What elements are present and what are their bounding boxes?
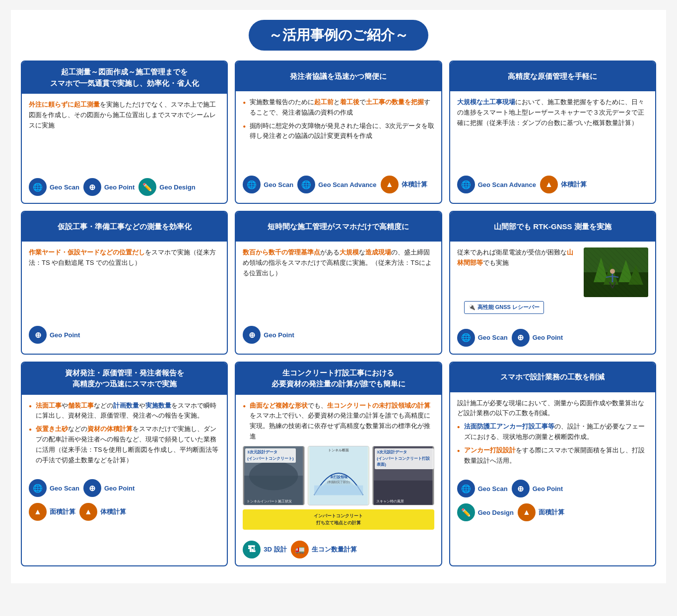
- card-6-header: 山間部でも RTK-GNSS 測量を実施: [450, 212, 655, 242]
- taiseki-icon-3: ▲: [540, 176, 558, 193]
- geo-design-icon: ✏️: [138, 178, 156, 196]
- concrete-label-right: 3次元設計データ(インバートコンクリート打設表面): [375, 448, 433, 469]
- geo-point-icon: ⊕: [83, 178, 101, 196]
- product-3d-design: 🏗 3D 設計: [243, 541, 286, 558]
- product-geo-scan: 🌐 Geo Scan: [29, 178, 79, 196]
- product-taiseki: ▲ 体積計算: [381, 176, 427, 193]
- card-4: 仮設工事・準備工事などの測量を効率化 作業ヤード・仮設ヤードなどの位置だしをスマ…: [21, 211, 228, 355]
- card-4-header: 仮設工事・準備工事などの測量を効率化: [22, 212, 227, 242]
- card-1: 起工測量～図面作成～施工管理までをスマホで一気通貫で実施し、効率化・省人化 外注…: [21, 61, 228, 204]
- gnss-forest-image: [584, 247, 648, 297]
- svg-point-14: [249, 461, 298, 490]
- card-7-header: 資材発注・原価管理・発注者報告を高精度かつ迅速にスマホで実施: [22, 363, 227, 395]
- svg-text:トンネルインバート施工状況: トンネルインバート施工状況: [247, 499, 292, 503]
- svg-rect-0: [584, 247, 648, 297]
- concrete-photo-left: トンネルインバート施工状況 3次元設計データ(インバートコンクリート): [243, 446, 304, 505]
- svg-text:(準掘削完了部分): (準掘削完了部分): [327, 480, 350, 484]
- gnss-text: 従来であれば衛星電波が受信が困難な山林間部等でも実施: [457, 247, 579, 297]
- product-taiseki-7: ▲ 体積計算: [79, 503, 126, 521]
- card-6-products: 🌐 Geo Scan ⊕ Geo Point: [450, 324, 655, 354]
- card-4-body: 作業ヤード・仮設ヤードなどの位置だしをスマホで実施（従来方法：TS や自動追尾 …: [22, 242, 227, 321]
- menseki-icon-7: ▲: [29, 503, 47, 521]
- card-8-products: 🏗 3D 設計 🚛 生コン数量計算: [236, 536, 441, 565]
- card-9-products: 🌐 Geo Scan ⊕ Geo Point ✏️ Geo Design ▲: [450, 475, 655, 528]
- card-7-products: 🌐 Geo Scan ⊕ Geo Point ▲ 面積計算 ▲: [22, 474, 227, 528]
- page-container: ～活用事例のご紹介～ 起工測量～図面作成～施工管理までをスマホで一気通貫で実施し…: [11, 10, 666, 583]
- taiseki-icon-7: ▲: [79, 503, 97, 521]
- card-9: スマホで設計業務の工数を削減 設計施工が必要な現場において、測量から図面作成や数…: [449, 362, 656, 566]
- card-7: 資材発注・原価管理・発注者報告を高精度かつ迅速にスマホで実施 法面工事や舗装工事…: [21, 362, 228, 566]
- product-geo-scan-6: 🌐 Geo Scan: [457, 329, 508, 347]
- geo-point-icon-5: ⊕: [243, 326, 261, 344]
- menseki-icon-9: ▲: [518, 503, 536, 521]
- gnss-section: 従来であれば衛星電波が受信が困難な山林間部等でも実施: [457, 247, 648, 297]
- svg-marker-2: [594, 257, 609, 282]
- product-menseki-9: ▲ 面積計算: [518, 503, 564, 521]
- namakon-icon: 🚛: [291, 541, 309, 558]
- card-3-header: 高精度な原価管理を手軽に: [450, 62, 655, 91]
- card-9-body: 設計施工が必要な現場において、測量から図面作成や数量算出など設計業務の以下の工数…: [450, 392, 655, 475]
- svg-rect-17: [314, 485, 363, 495]
- product-geo-point-7: ⊕ Geo Point: [83, 479, 135, 497]
- product-geo-design: ✏️ Geo Design: [138, 178, 195, 196]
- geo-point-icon-7: ⊕: [83, 479, 101, 497]
- grid-row-3: 資材発注・原価管理・発注者報告を高精度かつ迅速にスマホで実施 法面工事や舗装工事…: [21, 362, 656, 566]
- card-5: 短時間な施工管理がスマホだけで高精度に 数百から数千の管理基準点がある大規模な造…: [235, 211, 442, 355]
- title-container: ～活用事例のご紹介～: [21, 20, 656, 51]
- card-5-header: 短時間な施工管理がスマホだけで高精度に: [236, 212, 441, 242]
- geo-point-icon-4: ⊕: [29, 326, 47, 344]
- product-geo-point-6: ⊕ Geo Point: [512, 329, 563, 347]
- card-2: 発注者協議を迅速かつ簡便に 実施数量報告のために起工前と着工後で土工事の数量を把…: [235, 61, 442, 204]
- card-8: 生コンクリート打設工事における必要資材の発注量の計算が誰でも簡単に 曲面など複雑…: [235, 362, 442, 566]
- geo-scan-icon-2: 🌐: [243, 176, 261, 193]
- card-3-products: 🌐 Geo Scan Advance ▲ 体積計算: [450, 171, 655, 200]
- svg-text:トンネル断面: トンネル断面: [328, 448, 349, 452]
- svg-rect-1: [584, 272, 648, 297]
- taiseki-icon: ▲: [381, 176, 399, 193]
- product-row-7b: ▲ 面積計算 ▲ 体積計算: [29, 503, 126, 521]
- svg-line-11: [612, 282, 615, 288]
- card-3: 高精度な原価管理を手軽に 大規模な土工事現場において、施工数量把握をするために、…: [449, 61, 656, 204]
- card-8-header: 生コンクリート打設工事における必要資材の発注量の計算が誰でも簡単に: [236, 363, 441, 395]
- geo-scan-icon-7: 🌐: [29, 479, 47, 497]
- product-geo-scan-9: 🌐 Geo Scan: [457, 480, 508, 497]
- product-geo-point: ⊕ Geo Point: [83, 178, 135, 196]
- geo-design-icon-9: ✏️: [457, 503, 475, 521]
- concrete-yellow-diagram: インバートコンクリート打ち立て地点との計算: [243, 509, 434, 530]
- product-geo-point-5: ⊕ Geo Point: [243, 326, 294, 344]
- product-geo-scan-advance-3: 🌐 Geo Scan Advance: [457, 176, 536, 193]
- product-taiseki-3: ▲ 体積計算: [540, 176, 587, 193]
- card-1-products: 🌐 Geo Scan ⊕ Geo Point ✏️ Geo Design: [22, 173, 227, 203]
- concrete-label-left: 3次元設計データ(インバートコンクリート): [245, 448, 295, 463]
- product-geo-design-9: ✏️ Geo Design: [457, 503, 514, 521]
- card-6-body: 従来であれば衛星電波が受信が困難な山林間部等でも実施: [450, 242, 655, 324]
- card-7-body: 法面工事や舗装工事などの計画数量や実施数量をスマホで瞬時に算出し、資材発注、原価…: [22, 395, 227, 475]
- card-5-body: 数百から数千の管理基準点がある大規模な造成現場の、盛土締固め領域の指示をスマホだ…: [236, 242, 441, 321]
- card-3-body: 大規模な土工事現場において、施工数量把握をするために、日々の進捗をスマート地上型…: [450, 91, 655, 171]
- card-1-body: 外注に頼らずに起工測量を実施しただけでなく、スマホ上で施工図面を作成し、その図面…: [22, 94, 227, 173]
- geo-point-icon-6: ⊕: [512, 329, 530, 347]
- product-geo-point-4: ⊕ Geo Point: [29, 326, 80, 344]
- card-2-body: 実施数量報告のために起工前と着工後で土工事の数量を把握することで、発注者協議の資…: [236, 91, 441, 171]
- concrete-diagram-container: トンネルインバート施工状況 3次元設計データ(インバートコンクリート): [243, 446, 434, 505]
- card-2-products: 🌐 Geo Scan 🌐 Geo Scan Advance ▲ 体積計算: [236, 171, 441, 200]
- product-menseki-7: ▲ 面積計算: [29, 503, 75, 521]
- svg-line-9: [612, 276, 618, 277]
- product-geo-scan-advance: 🌐 Geo Scan Advance: [297, 176, 376, 193]
- grid-row-2: 仮設工事・準備工事などの測量を効率化 作業ヤード・仮設ヤードなどの位置だしをスマ…: [21, 211, 656, 355]
- card-5-products: ⊕ Geo Point: [236, 321, 441, 351]
- geo-point-icon-9: ⊕: [512, 480, 530, 497]
- geo-scan-advance-icon: 🌐: [297, 176, 315, 193]
- grid-row-1: 起工測量～図面作成～施工管理までをスマホで一気通貫で実施し、効率化・省人化 外注…: [21, 61, 656, 204]
- geo-scan-advance-icon-3: 🌐: [457, 176, 475, 193]
- svg-marker-4: [618, 260, 633, 282]
- geo-scan-icon-9: 🌐: [457, 480, 475, 497]
- gnss-receiver-label: 高性能 GNSS レシーバー: [464, 301, 544, 314]
- card-4-products: ⊕ Geo Point: [22, 321, 227, 351]
- svg-marker-3: [604, 262, 618, 285]
- main-title: ～活用事例のご紹介～: [249, 20, 428, 51]
- svg-text:スキャン時の風景: スキャン時の風景: [376, 499, 404, 503]
- product-geo-scan-7: 🌐 Geo Scan: [29, 479, 79, 497]
- product-row-9a: 🌐 Geo Scan ⊕ Geo Point: [457, 480, 563, 497]
- svg-line-10: [609, 282, 612, 288]
